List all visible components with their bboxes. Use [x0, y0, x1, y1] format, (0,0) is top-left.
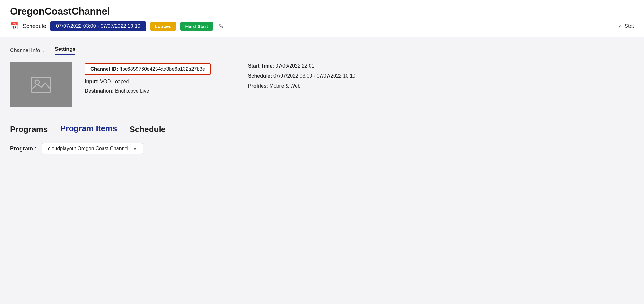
destination-value: Brightcove Live: [115, 88, 149, 93]
start-time-label: Start Time:: [248, 63, 274, 69]
start-time-row: Start Time: 07/06/2022 22:01: [248, 63, 355, 69]
schedule-label: Schedule: [23, 23, 46, 30]
tab-settings[interactable]: Settings: [55, 46, 75, 55]
channel-details: Channel ID: ffbc6859760e4254aa3be6a132a2…: [85, 63, 211, 94]
chevron-down-icon: ▿: [42, 48, 45, 53]
input-label: Input:: [85, 79, 99, 84]
program-filter-label: Program :: [10, 145, 36, 152]
info-section: Channel ID: ffbc6859760e4254aa3be6a132a2…: [10, 62, 634, 107]
app-header: OregonCoastChannel 📅 Schedule 07/07/2022…: [0, 0, 644, 37]
edit-icon[interactable]: ✎: [219, 22, 224, 30]
schedule-detail-label: Schedule:: [248, 73, 272, 78]
divider: [10, 117, 634, 117]
calendar-icon: 📅: [10, 22, 18, 30]
input-row: Input: VOD Looped: [85, 79, 211, 84]
app-title: OregonCoastChannel: [10, 6, 634, 17]
tab-programs[interactable]: Programs: [10, 125, 48, 135]
program-filter: Program : cloudplayout Oregon Coast Chan…: [10, 143, 634, 154]
schedule-range-badge: 07/07/2022 03:00 - 07/07/2022 10:10: [50, 21, 146, 31]
profiles-row: Profiles: Mobile & Web: [248, 83, 355, 89]
tab-channel-info[interactable]: Channel Info ▿: [10, 47, 45, 54]
top-tabs: Channel Info ▿ Settings: [10, 46, 634, 55]
profiles-label: Profiles:: [248, 83, 268, 88]
chevron-down-icon: ▼: [133, 146, 137, 151]
profiles-value: Mobile & Web: [269, 83, 300, 88]
destination-row: Destination: Brightcove Live: [85, 88, 211, 94]
looped-badge: Looped: [150, 22, 176, 31]
bottom-tabs: Programs Program Items Schedule: [10, 124, 634, 135]
stat-label: ⬀ Stat: [618, 23, 634, 30]
main-content: Channel Info ▿ Settings Channel ID: ffbc…: [0, 37, 644, 304]
channel-thumbnail: [10, 62, 72, 107]
destination-label: Destination:: [85, 88, 113, 93]
tab-schedule[interactable]: Schedule: [129, 125, 166, 135]
program-select-value: cloudplayout Oregon Coast Channel: [48, 146, 128, 151]
program-select[interactable]: cloudplayout Oregon Coast Channel ▼: [42, 143, 143, 154]
start-time-value: 07/06/2022 22:01: [276, 63, 315, 69]
svg-rect-0: [31, 77, 51, 92]
layers-icon: ⬀: [618, 23, 623, 30]
schedule-bar: 📅 Schedule 07/07/2022 03:00 - 07/07/2022…: [10, 21, 634, 34]
schedule-detail-value: 07/07/2022 03:00 - 07/07/2022 10:10: [273, 73, 355, 78]
schedule-row: Schedule: 07/07/2022 03:00 - 07/07/2022 …: [248, 73, 355, 79]
image-placeholder-icon: [30, 75, 52, 94]
channel-id-box: Channel ID: ffbc6859760e4254aa3be6a132a2…: [85, 63, 211, 75]
channel-id-value: ffbc6859760e4254aa3be6a132a27b3e: [119, 66, 205, 72]
tab-program-items[interactable]: Program Items: [60, 124, 117, 135]
input-value: VOD Looped: [100, 79, 129, 84]
right-details: Start Time: 07/06/2022 22:01 Schedule: 0…: [248, 63, 355, 89]
channel-id-label: Channel ID:: [90, 66, 118, 72]
hard-start-badge: Hard Start: [180, 22, 213, 31]
